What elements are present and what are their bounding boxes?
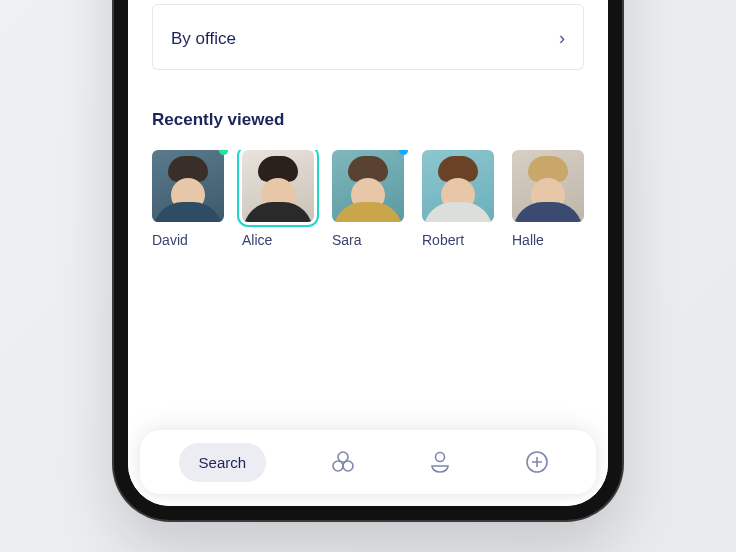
- status-dot-away-icon: [399, 150, 408, 155]
- tab-search-label: Search: [199, 454, 247, 471]
- recently-viewed-title: Recently viewed: [152, 110, 584, 130]
- person-name: David: [152, 232, 224, 248]
- recently-viewed-list[interactable]: David Alice: [152, 150, 584, 248]
- status-dot-online-icon: [219, 150, 228, 155]
- phone-frame: By office › Recently viewed David: [114, 0, 622, 520]
- tab-bar: Search: [140, 430, 596, 494]
- tab-groups[interactable]: [323, 442, 363, 482]
- person-card[interactable]: Sara: [332, 150, 404, 248]
- person-name: Sara: [332, 232, 404, 248]
- person-name: Robert: [422, 232, 494, 248]
- filter-by-office-row[interactable]: By office ›: [152, 8, 584, 70]
- avatar: [152, 150, 224, 222]
- tab-search[interactable]: Search: [179, 443, 267, 482]
- avatar: [422, 150, 494, 222]
- avatar: [242, 150, 314, 222]
- avatar: [332, 150, 404, 222]
- svg-point-1: [333, 461, 343, 471]
- tab-add[interactable]: [517, 442, 557, 482]
- app-screen: By office › Recently viewed David: [128, 0, 608, 506]
- svg-point-3: [436, 453, 445, 462]
- person-card[interactable]: Alice: [242, 150, 314, 248]
- circles-icon: [329, 448, 357, 476]
- plus-icon: [523, 448, 551, 476]
- person-icon: [426, 448, 454, 476]
- person-name: Halle: [512, 232, 584, 248]
- filter-row-label: By office: [171, 29, 236, 49]
- person-name: Alice: [242, 232, 314, 248]
- avatar: [512, 150, 584, 222]
- person-card[interactable]: David: [152, 150, 224, 248]
- tab-profile[interactable]: [420, 442, 460, 482]
- person-card[interactable]: Robert: [422, 150, 494, 248]
- svg-point-2: [343, 461, 353, 471]
- person-card[interactable]: Halle: [512, 150, 584, 248]
- chevron-right-icon: ›: [559, 28, 565, 49]
